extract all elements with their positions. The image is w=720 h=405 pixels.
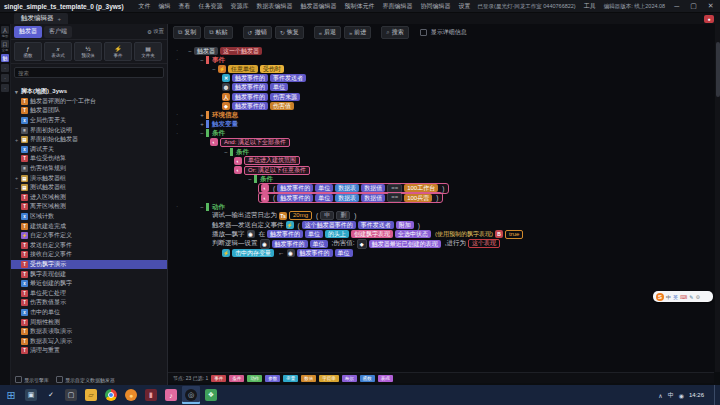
checkbox-icon[interactable] bbox=[420, 29, 427, 36]
minimize-button[interactable]: ─ bbox=[671, 3, 682, 10]
ime-glyph[interactable]: 英 bbox=[673, 292, 678, 302]
section-label[interactable]: 环境信息 bbox=[206, 111, 238, 119]
app-green-icon[interactable]: ❖ bbox=[202, 386, 220, 404]
menu-item[interactable]: 协同编辑器 bbox=[419, 2, 453, 11]
tree-chip[interactable]: 事件发送者 bbox=[358, 221, 394, 229]
tree-row[interactable]: ◐(触发事件的单位数据表数据值==100兵营) bbox=[176, 193, 704, 202]
tool-函数[interactable]: ƒ函数 bbox=[14, 42, 42, 61]
list-item[interactable]: x击中的单位 bbox=[11, 308, 167, 318]
tree-row[interactable]: −⚡任意单位受伤时 bbox=[176, 64, 704, 73]
tree-chip[interactable]: 伤害来源 bbox=[270, 93, 300, 101]
expander-icon[interactable]: − bbox=[246, 176, 254, 182]
tree-chip[interactable]: 单位 bbox=[305, 230, 323, 238]
list-item[interactable]: T清理与重置 bbox=[11, 346, 167, 356]
list-item[interactable]: T触发器团队 bbox=[11, 106, 167, 116]
tree-chip[interactable]: 这个表现 bbox=[468, 239, 500, 248]
tree-chip[interactable]: 附加 bbox=[396, 221, 414, 229]
tree-chip[interactable]: 数据表 bbox=[335, 194, 359, 202]
tree-chip[interactable]: 触发事件的 bbox=[267, 230, 303, 238]
expander-icon[interactable]: ▾ bbox=[14, 89, 19, 95]
panel-tab-触发器[interactable]: 触发器 bbox=[14, 26, 42, 38]
expander-icon[interactable]: − bbox=[198, 130, 206, 136]
tray-icon[interactable]: ∧ bbox=[658, 392, 662, 399]
tree-chip[interactable]: == bbox=[387, 193, 402, 202]
ime-glyph[interactable]: ✎ bbox=[689, 292, 693, 302]
list-item[interactable]: ⚡自定义事件定义 bbox=[11, 231, 167, 241]
list-item[interactable]: T建筑建造完成 bbox=[11, 221, 167, 231]
maximize-button[interactable]: ▢ bbox=[688, 2, 699, 10]
expander-icon[interactable]: + bbox=[198, 112, 206, 118]
tree-row[interactable]: 判断逻辑—设置◉触发事件的单位;伤害值:◆触发器最近已创建的表现,进行为这个表现 bbox=[176, 239, 704, 248]
settings-button[interactable]: ⚙设置 bbox=[147, 28, 164, 35]
browser-orange-icon[interactable]: ● bbox=[122, 386, 140, 404]
tree-row[interactable]: ◐单位进入建筑范围 bbox=[176, 156, 704, 165]
tree-chip[interactable]: 触发事件的 bbox=[232, 93, 268, 101]
section-label[interactable]: 动作 bbox=[206, 203, 225, 211]
alert-icon[interactable]: ● bbox=[704, 15, 714, 23]
tree-chip[interactable]: 这个触发器事件的 bbox=[302, 221, 356, 229]
tree-row[interactable]: ·−触发器这一个触发器 bbox=[176, 46, 704, 55]
toolbar-后退[interactable]: «后退 bbox=[314, 26, 341, 39]
editor-app-icon[interactable]: ◎ bbox=[182, 386, 200, 404]
section-label[interactable]: 事件 bbox=[206, 56, 225, 64]
menu-item[interactable]: 资源库 bbox=[229, 2, 251, 11]
toolbar-恢复[interactable]: ↻恢复 bbox=[275, 26, 304, 39]
toolbar-前进[interactable]: »前进 bbox=[344, 26, 371, 39]
app-check-icon[interactable]: ✓ bbox=[42, 386, 60, 404]
menu-item[interactable]: 文件 bbox=[137, 2, 153, 11]
tree-chip[interactable]: 单位 bbox=[310, 240, 328, 248]
list-item[interactable]: T数据表读取演示 bbox=[11, 327, 167, 337]
tree-row[interactable]: 触发器—发送自定义事件⚡(这个触发器事件的事件发送者附加) bbox=[176, 221, 704, 230]
menu-item[interactable]: 触发器编辑器 bbox=[299, 2, 339, 11]
tree-chip[interactable]: 单位 bbox=[315, 194, 333, 202]
footer-checkbox[interactable]: 显示自定义数据触发器 bbox=[56, 376, 115, 383]
expander-icon[interactable]: + bbox=[14, 137, 19, 143]
tree-chip[interactable]: 全选中状态 bbox=[395, 230, 431, 238]
tree-row[interactable]: ◆触发事件的伤害值 bbox=[176, 101, 704, 110]
expander-icon[interactable]: + bbox=[198, 121, 206, 127]
toolbar-粘贴[interactable]: ⧉粘贴 bbox=[204, 26, 232, 39]
list-item[interactable]: ≡伤害结算规则 bbox=[11, 164, 167, 174]
list-item[interactable]: T发送自定义事件 bbox=[11, 241, 167, 251]
list-item[interactable]: T伤害数值显示 bbox=[11, 298, 167, 308]
list-item[interactable]: x区域计数 bbox=[11, 212, 167, 222]
ime-glyph[interactable]: ⚙ bbox=[695, 292, 699, 302]
search-box[interactable] bbox=[14, 67, 164, 78]
tool-预设值[interactable]: ½预设值 bbox=[74, 42, 102, 61]
tree-chip[interactable]: 任意单位 bbox=[228, 65, 258, 73]
tree-row[interactable]: ⚡击中内存变量←◉触发事件的单位 bbox=[176, 248, 704, 257]
app-window-icon[interactable]: ▢ bbox=[62, 386, 80, 404]
checkbox-icon[interactable] bbox=[56, 376, 63, 383]
rail-item[interactable]: · bbox=[1, 84, 9, 92]
rail-item[interactable]: · bbox=[1, 64, 9, 72]
tree-chip[interactable]: 触发事件的 bbox=[232, 74, 268, 82]
list-item[interactable]: +▤演示触发器组 bbox=[11, 173, 167, 183]
tab-trigger-editor[interactable]: 触发编辑器 + bbox=[14, 13, 68, 24]
expander-icon[interactable]: − bbox=[222, 149, 230, 155]
menu-item[interactable]: 预制体元件 bbox=[343, 2, 377, 11]
tree-row[interactable]: 人触发事件的伤害来源 bbox=[176, 92, 704, 101]
checkbox-icon[interactable] bbox=[15, 376, 22, 383]
menu-tools[interactable]: 工具 bbox=[582, 2, 598, 11]
start-button[interactable]: ⊞ bbox=[2, 386, 20, 404]
tree-row[interactable]: 调试—输出运营日志为Ts20mg(申删) bbox=[176, 211, 704, 220]
tree-chip[interactable]: 单位 bbox=[270, 83, 288, 91]
tree-chip[interactable]: 触发器 bbox=[194, 47, 218, 55]
list-item[interactable]: T触发器评测的一个工作台 bbox=[11, 97, 167, 107]
tree-chip[interactable]: 这一个触发器 bbox=[220, 47, 262, 55]
tree-chip[interactable]: 击中内存变量 bbox=[232, 249, 274, 257]
app-maroon-icon[interactable]: ▮ bbox=[142, 386, 160, 404]
tree-row[interactable]: ·−动作 bbox=[176, 202, 704, 211]
tree-chip[interactable]: 单位 bbox=[335, 249, 353, 257]
expander-icon[interactable]: − bbox=[14, 185, 19, 191]
tree-chip[interactable]: 删 bbox=[336, 211, 350, 220]
list-item[interactable]: T单位死亡处理 bbox=[11, 288, 167, 298]
tree-row[interactable]: ◐Or: 满足以下任意条件 bbox=[176, 165, 704, 174]
rail-item[interactable]: · bbox=[1, 74, 9, 82]
rail-item[interactable]: 口全局 bbox=[1, 40, 9, 52]
tree-chip[interactable]: 20mg bbox=[289, 211, 312, 220]
menu-item[interactable]: 设置 bbox=[457, 2, 473, 11]
ime-glyph[interactable]: ⌨ bbox=[680, 292, 687, 302]
toolbar-撤销[interactable]: ↺撤销 bbox=[243, 26, 272, 39]
tree-chip[interactable]: 数据值 bbox=[361, 194, 385, 202]
